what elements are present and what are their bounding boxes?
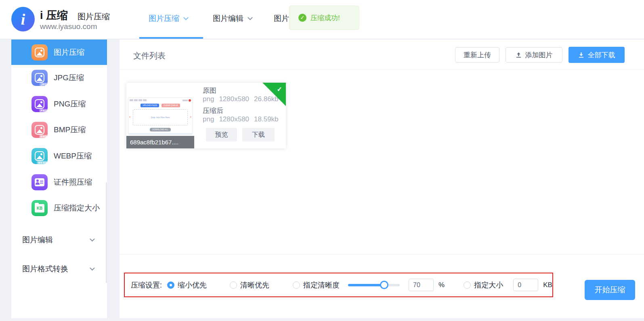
start-compress-button[interactable]: 开始压缩: [585, 280, 635, 300]
sidebar-item-idphoto-compress[interactable]: 证件照压缩: [11, 169, 107, 195]
check-icon: ✓: [277, 85, 282, 93]
mini-clear-button: CLEAR QUEUE: [162, 104, 180, 107]
size-unit: KB: [543, 281, 552, 289]
sidebar-group-label: 图片格式转换: [22, 264, 68, 274]
image-compress-icon: [31, 44, 48, 60]
sidebar-item-webp-compress[interactable]: WEBP WEBP压缩: [11, 143, 107, 169]
button-label: 重新上传: [464, 50, 491, 60]
mini-upload-button: UPLOAD FILES: [141, 104, 159, 107]
sidebar-item-bmp-compress[interactable]: BMP BMP压缩: [11, 117, 107, 143]
tab-image-compress[interactable]: 图片压缩: [149, 13, 188, 24]
radio-label-target-size[interactable]: 指定大小: [474, 280, 503, 290]
compressed-format: png: [203, 115, 214, 123]
button-label: 添加图片: [525, 50, 553, 60]
quality-slider-thumb[interactable]: [380, 281, 388, 289]
webp-compress-icon: WEBP: [31, 148, 48, 164]
active-tab-underline: [139, 37, 203, 39]
button-label: 预览: [215, 131, 228, 139]
page-title: 文件列表: [133, 50, 166, 61]
main-panel: 文件列表 重新上传 添加图片 全部下载 UPLOAD FILES CLEAR Q…: [120, 40, 644, 318]
sidebar-item-png-compress[interactable]: PNG PNG压缩: [11, 91, 107, 117]
sidebar-item-label: BMP压缩: [54, 125, 86, 135]
header-divider: [120, 69, 644, 70]
sidebar-item-label: JPG压缩: [54, 73, 84, 83]
sidebar-item-label: 证件照压缩: [54, 177, 92, 188]
filename-label: 689ac8fb21b67....: [126, 136, 194, 148]
reupload-button[interactable]: 重新上传: [455, 47, 499, 63]
radio-label-custom-clarity[interactable]: 指定清晰度: [303, 280, 340, 290]
add-images-button[interactable]: 添加图片: [506, 47, 562, 63]
file-card: UPLOAD FILES CLEAR QUEUE Drop Your Files…: [126, 83, 286, 148]
brand-name: i 压缩: [40, 8, 68, 23]
check-circle-icon: ✓: [298, 14, 306, 22]
tab-label: 图片编辑: [213, 13, 243, 24]
logo-letter: i: [21, 10, 25, 28]
mini-download-all-button: DOWNLOAD ALL: [150, 128, 170, 131]
button-label: 全部下载: [588, 50, 615, 60]
id-photo-icon: [31, 174, 48, 190]
png-compress-icon: PNG: [31, 96, 48, 112]
sidebar-group-image-edit[interactable]: 图片编辑: [11, 230, 107, 250]
button-label: 下载: [252, 131, 265, 139]
preview-button[interactable]: 预览: [206, 128, 237, 142]
sidebar-item-image-compress[interactable]: 图片压缩: [11, 40, 107, 65]
file-thumbnail[interactable]: UPLOAD FILES CLEAR QUEUE Drop Your Files…: [126, 83, 194, 148]
success-corner-ribbon: [262, 83, 286, 106]
quality-slider[interactable]: [348, 284, 400, 286]
tab-image-edit[interactable]: 图片编辑: [213, 13, 252, 24]
compressed-label: 压缩后: [203, 106, 223, 115]
radio-custom-clarity[interactable]: [293, 281, 300, 289]
chevron-down-icon: [248, 15, 253, 20]
sidebar-item-label: 图片压缩: [54, 47, 84, 58]
compressed-size: 18.59kb: [254, 115, 279, 123]
sidebar-item-jpg-compress[interactable]: JPG JPG压缩: [11, 65, 107, 91]
mini-arrow-left-icon: ‹: [129, 115, 130, 119]
original-format: png: [203, 95, 214, 103]
mini-dropzone: Drop Your Files Here: [133, 109, 188, 125]
mini-footer-strip: [128, 133, 192, 134]
file-download-button[interactable]: 下载: [242, 128, 275, 142]
mini-arrow-right-icon: ›: [190, 115, 191, 119]
success-toast: ✓ 压缩成功!: [289, 6, 359, 30]
chevron-down-icon: [90, 265, 95, 271]
brand-tagline: 图片压缩: [78, 11, 110, 22]
compressed-info: png 1280x580 18.59kb: [203, 115, 279, 123]
radio-label-shrink-first[interactable]: 缩小优先: [178, 280, 207, 290]
radio-target-size[interactable]: [464, 281, 471, 289]
target-size-input[interactable]: [513, 279, 538, 291]
sidebar-item-label: WEBP压缩: [54, 151, 92, 161]
sidebar: 图片压缩 JPG JPG压缩 PNG PNG压缩 BMP BMP压缩 WEBP …: [11, 40, 107, 318]
sidebar-scrollbar[interactable]: [106, 182, 107, 283]
compressed-dimensions: 1280x580: [219, 115, 249, 123]
upload-icon: [516, 52, 522, 58]
settings-label: 压缩设置:: [131, 280, 162, 290]
sidebar-item-target-size-compress[interactable]: KB 压缩指定大小: [11, 195, 107, 221]
mini-close-icon: [183, 99, 191, 102]
sidebar-group-label: 图片编辑: [22, 235, 53, 245]
mini-format-chips: [130, 99, 147, 101]
quality-slider-fill: [348, 284, 384, 286]
sidebar-item-label: PNG压缩: [54, 99, 86, 109]
chevron-down-icon: [183, 15, 189, 20]
kb-folder-icon: KB: [31, 200, 48, 216]
sidebar-item-label: 压缩指定大小: [54, 203, 100, 213]
quality-input[interactable]: [409, 279, 434, 291]
bmp-compress-icon: BMP: [31, 122, 48, 138]
quality-unit: %: [438, 281, 445, 289]
radio-shrink-first[interactable]: [167, 281, 174, 289]
settings-divider: [120, 254, 644, 254]
sidebar-group-image-convert[interactable]: 图片格式转换: [11, 259, 107, 279]
jpg-compress-icon: JPG: [31, 70, 48, 86]
brand-url: www.iyasuo.com: [40, 22, 97, 31]
thumbnail-preview-image: UPLOAD FILES CLEAR QUEUE Drop Your Files…: [128, 98, 192, 134]
radio-label-clarity-first[interactable]: 清晰优先: [240, 280, 269, 290]
download-all-button[interactable]: 全部下载: [568, 47, 625, 63]
toast-message: 压缩成功!: [310, 13, 340, 23]
radio-clarity-first[interactable]: [230, 281, 237, 289]
brand-logo-icon: i: [11, 7, 35, 31]
download-icon: [578, 52, 584, 58]
original-dimensions: 1280x580: [219, 95, 249, 103]
button-label: 开始压缩: [595, 285, 625, 295]
tab-label: 图片压缩: [149, 13, 179, 24]
chevron-down-icon: [90, 236, 95, 242]
